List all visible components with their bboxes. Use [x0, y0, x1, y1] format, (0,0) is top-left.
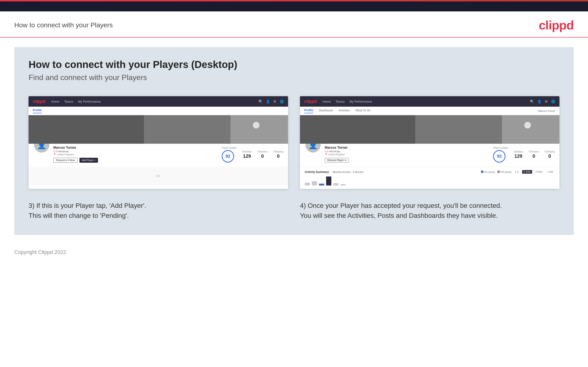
filter-1yr[interactable]: 1 yr — [513, 170, 520, 174]
left-stat-following: Following 0 — [273, 150, 283, 159]
filter-6mths[interactable]: 6 mths — [522, 170, 532, 174]
banner-dark — [28, 115, 144, 144]
left-nav-my-performance[interactable]: My Performance — [78, 100, 101, 103]
caption-left: 3) If this is your Player tap, 'Add Play… — [28, 201, 288, 221]
left-nav-home[interactable]: Home — [51, 100, 60, 103]
search-icon[interactable]: 🔍 — [259, 100, 263, 103]
right-profile-area: 👤 Marcus Turner 1-5 Handicap 📍 United Ki… — [300, 144, 560, 167]
right-nav-links: Home Teams My Performance — [322, 100, 372, 103]
right-player-handicap: 1-5 Handicap — [325, 150, 349, 153]
left-tab-profile[interactable]: Profile — [33, 108, 42, 113]
left-player-info: Marcus Turner 1-5 Handicap 📍 United King… — [53, 144, 98, 163]
right-banner — [300, 115, 560, 144]
right-tab-what-to-on[interactable]: What To On — [355, 109, 370, 113]
golf-ball — [253, 122, 259, 128]
right-followers-label: Followers — [529, 150, 539, 153]
page-title: How to connect with your Players — [14, 21, 113, 29]
left-player-location: 📍 United Kingdom — [53, 153, 98, 156]
top-bar — [0, 0, 588, 11]
right-quality: Player Quality 92 — [493, 147, 508, 162]
filter-3mths[interactable]: 3 mths — [534, 170, 544, 174]
right-globe-icon[interactable]: 🌐 — [551, 100, 555, 103]
bar-2 — [312, 181, 317, 185]
main-subtitle: Find and connect with your Players — [28, 73, 560, 82]
left-nav: clippd Home Teams My Performance 🔍 👤 ⚙ 🌐 — [28, 96, 288, 107]
left-nav-teams[interactable]: Teams — [64, 100, 73, 103]
pencil-icon: ✏ — [156, 172, 161, 180]
header-logo: clippd — [539, 18, 574, 32]
left-quality: Player Quality 92 — [222, 147, 236, 162]
left-player-handicap: 1-5 Handicap — [53, 150, 98, 153]
left-tabs: Profile — [28, 107, 288, 115]
banner-mid — [144, 115, 231, 144]
left-nav-logo: clippd — [33, 99, 45, 104]
left-following-value: 0 — [273, 153, 283, 159]
main-title: How to connect with your Players (Deskto… — [28, 59, 560, 70]
activity-chart — [305, 176, 555, 185]
bar-3 — [319, 184, 324, 185]
oncourse-legend: On course — [481, 171, 495, 173]
screenshots-row: clippd Home Teams My Performance 🔍 👤 ⚙ 🌐… — [28, 96, 560, 189]
right-buttons: Remove Player ✕ — [325, 158, 349, 163]
page-header: How to connect with your Players clippd — [0, 11, 588, 38]
right-following-value: 0 — [545, 153, 555, 159]
right-nav-my-performance[interactable]: My Performance — [349, 100, 372, 103]
remove-player-button[interactable]: Remove Player ✕ — [325, 158, 349, 163]
globe-icon[interactable]: 🌐 — [280, 100, 284, 103]
user-icon[interactable]: 👤 — [266, 100, 270, 103]
right-player-dropdown[interactable]: Marcus Turner — [538, 109, 555, 112]
filter-1mth[interactable]: 1 mth — [546, 170, 555, 174]
add-player-button[interactable]: Add Player + — [79, 158, 98, 163]
right-search-icon[interactable]: 🔍 — [530, 100, 534, 103]
copyright-text: Copyright Clippd 2022 — [14, 249, 66, 255]
activity-summary-section: Activity Summary Monthly Activity · 6 Mo… — [300, 167, 560, 189]
right-settings-icon[interactable]: ⚙ — [545, 100, 548, 103]
left-followers-value: 0 — [257, 153, 268, 159]
right-banner-dark — [300, 115, 415, 144]
right-nav-home[interactable]: Home — [322, 100, 331, 103]
left-nav-icons: 🔍 👤 ⚙ 🌐 — [259, 100, 284, 103]
left-buttons: Request to Follow Add Player + — [53, 158, 98, 163]
settings-icon[interactable]: ⚙ — [273, 100, 277, 103]
accent-bar — [0, 0, 588, 1]
right-player-info: Marcus Turner 1-5 Handicap 📍 United King… — [325, 144, 349, 163]
right-nav-teams[interactable]: Teams — [336, 100, 345, 103]
right-followers-value: 0 — [529, 153, 539, 159]
left-stat-activities: Activities 129 — [242, 150, 252, 159]
location-icon: 📍 — [53, 153, 56, 156]
left-following-label: Following — [273, 150, 283, 153]
bar-5 — [333, 183, 338, 185]
left-followers-label: Followers — [257, 150, 268, 153]
right-golf-ball — [524, 122, 531, 128]
left-lower-area: ✏ — [28, 167, 288, 185]
left-player-name: Marcus Turner — [53, 146, 98, 150]
request-follow-button[interactable]: Request to Follow — [53, 158, 78, 163]
right-player-location: 📍 United Kingdom — [325, 153, 349, 156]
left-stat-followers: Followers 0 — [257, 150, 268, 159]
right-tab-activities[interactable]: Activities — [338, 109, 350, 113]
activity-title: Activity Summary — [305, 170, 329, 174]
right-banner-mid — [415, 115, 502, 144]
right-stat-following: Following 0 — [545, 150, 555, 159]
right-nav: clippd Home Teams My Performance 🔍 👤 ⚙ 🌐 — [300, 96, 560, 107]
left-quality-circle: 92 — [222, 150, 234, 162]
right-quality-circle: 92 — [493, 150, 505, 162]
right-user-icon[interactable]: 👤 — [537, 100, 541, 103]
banner-light — [231, 115, 288, 144]
activity-legend: On course Off course — [481, 171, 511, 173]
bar-4 — [326, 176, 331, 185]
activity-header: Activity Summary Monthly Activity · 6 Mo… — [305, 170, 555, 174]
right-following-label: Following — [545, 150, 555, 153]
right-stat-followers: Followers 0 — [529, 150, 539, 159]
right-nav-logo: clippd — [304, 99, 317, 104]
screenshot-left: clippd Home Teams My Performance 🔍 👤 ⚙ 🌐… — [28, 96, 288, 189]
right-tab-profile[interactable]: Profile — [304, 108, 313, 113]
page-footer: Copyright Clippd 2022 — [0, 244, 588, 260]
right-tab-dashboard[interactable]: Dashboard — [319, 109, 333, 113]
caption-right: 4) Once your Player has accepted your re… — [300, 201, 560, 221]
left-nav-links: Home Teams My Performance — [51, 100, 101, 103]
right-banner-light — [502, 115, 560, 144]
right-nav-icons: 🔍 👤 ⚙ 🌐 — [530, 100, 555, 103]
right-location-icon: 📍 — [325, 153, 328, 156]
time-filters: On course Off course 1 yr 6 mths 3 mths … — [481, 170, 555, 174]
